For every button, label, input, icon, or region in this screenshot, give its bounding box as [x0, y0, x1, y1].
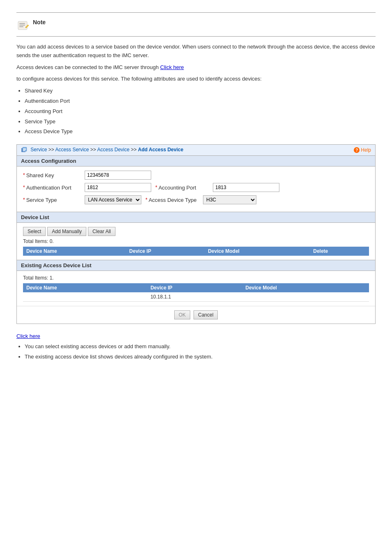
help-label: Help: [361, 147, 371, 153]
bc-service[interactable]: Service: [30, 147, 47, 153]
col-device-model: Device Model: [205, 247, 310, 256]
intro-content: You can add access devices to a service …: [16, 43, 376, 136]
col-delete: Delete: [310, 247, 369, 256]
breadcrumb-text: Service >> Access Service >> Access Devi…: [21, 147, 183, 153]
ok-button[interactable]: OK: [174, 310, 190, 319]
auth-port-label: * Authentication Port: [23, 185, 81, 191]
accounting-port-input[interactable]: [213, 183, 279, 192]
para2-text: Access devices can be connected to the i…: [16, 64, 159, 70]
service-type-label: * Service Type: [23, 197, 81, 203]
clear-all-button[interactable]: Clear All: [88, 227, 115, 236]
bullet-item-4: Access Device Type: [25, 127, 376, 136]
service-type-select[interactable]: LAN Access Service PPP Access Service: [85, 195, 141, 204]
existing-device-section: Existing Access Device List Total Items:…: [17, 260, 375, 306]
device-list-header: Device List: [17, 212, 375, 223]
intro-para3: to configure access devices for this ser…: [16, 75, 376, 83]
access-config-section: Access Configuration * Shared Key * Auth…: [17, 156, 375, 212]
add-manually-button[interactable]: Add Manually: [47, 227, 86, 236]
bottom-bullet-list: You can select existing access devices o…: [25, 342, 376, 361]
existing-device-body: 10.18.1.1: [23, 292, 369, 302]
svg-rect-1: [19, 23, 25, 24]
bottom-bullet-1: The existing access device list shows de…: [25, 353, 376, 361]
breadcrumb-icon: [21, 147, 29, 153]
bullet-item-2: Accounting Port: [25, 107, 376, 116]
access-device-type-select[interactable]: H3C Cisco Other: [203, 195, 256, 204]
existing-col-device-ip: Device IP: [147, 283, 242, 292]
existing-device-table: Device Name Device IP Device Model 10.18…: [23, 283, 369, 302]
bullet-item-3: Service Type: [25, 118, 376, 126]
ui-panel: Service >> Access Service >> Access Devi…: [16, 144, 376, 324]
bc-add-access-device: Add Access Device: [138, 147, 183, 153]
table-row: 10.18.1.1: [23, 292, 369, 302]
svg-rect-8: [23, 148, 26, 149]
col-device-name: Device Name: [23, 247, 126, 256]
access-config-header: Access Configuration: [17, 156, 375, 166]
existing-device-content: Total Items: 1. Device Name Device IP De…: [17, 271, 375, 306]
action-row: OK Cancel: [17, 306, 375, 324]
bullet-item-1: Authentication Port: [25, 97, 376, 106]
intro-para1: You can add access devices to a service …: [16, 43, 376, 60]
bullet-list: Shared Key Authentication Port Accountin…: [25, 87, 376, 136]
note-icon: [16, 19, 30, 32]
bc-sep3: >>: [129, 147, 138, 153]
device-list-buttons: Select Add Manually Clear All: [23, 227, 369, 236]
device-list-header-row: Device Name Device IP Device Model Delet…: [23, 247, 369, 256]
select-button[interactable]: Select: [23, 227, 46, 236]
note-content: Note: [33, 19, 46, 27]
svg-rect-9: [23, 150, 26, 150]
page-wrapper: Note You can add access devices to a ser…: [0, 0, 392, 371]
service-type-row: * Service Type LAN Access Service PPP Ac…: [23, 195, 369, 204]
col-device-ip: Device IP: [126, 247, 205, 256]
accounting-port-label: * Accounting Port: [155, 185, 209, 191]
bottom-content: Click here You can select existing acces…: [16, 332, 376, 361]
port-row: * Authentication Port * Accounting Port: [23, 183, 369, 192]
note-section: Note: [16, 19, 376, 32]
service-type-star: *: [23, 197, 25, 203]
access-device-type-label: * Access Device Type: [145, 197, 199, 203]
device-list-content: Select Add Manually Clear All Total Item…: [17, 223, 375, 260]
cancel-button[interactable]: Cancel: [194, 310, 218, 319]
existing-device-header-row: Device Name Device IP Device Model: [23, 283, 369, 292]
intro-para2: Access devices can be connected to the i…: [16, 63, 376, 72]
bullet-item-0: Shared Key: [25, 87, 376, 95]
shared-key-star: *: [23, 172, 25, 178]
note-title: Note: [33, 19, 46, 25]
bc-sep1: >>: [47, 147, 55, 153]
bc-access-device[interactable]: Access Device: [97, 147, 129, 153]
existing-col-device-model: Device Model: [242, 283, 369, 292]
existing-device-header: Existing Access Device List: [17, 260, 375, 271]
second-divider: [16, 36, 376, 37]
existing-device-total: Total Items: 1.: [23, 275, 369, 281]
bottom-link[interactable]: Click here: [16, 333, 40, 339]
existing-col-device-name: Device Name: [23, 283, 147, 292]
help-link[interactable]: ? Help: [354, 147, 371, 153]
access-config-content: * Shared Key * Authentication Port * Acc…: [17, 166, 375, 212]
device-list-total: Total Items: 0.: [23, 238, 369, 244]
bc-access-service[interactable]: Access Service: [55, 147, 89, 153]
bc-sep2: >>: [89, 147, 97, 153]
svg-rect-2: [19, 25, 25, 25]
shared-key-input[interactable]: [85, 171, 151, 180]
device-list-section: Device List Select Add Manually Clear Al…: [17, 212, 375, 260]
auth-port-star: *: [23, 185, 25, 190]
bottom-link-para: Click here: [16, 332, 376, 341]
help-icon: ?: [354, 147, 360, 153]
accounting-port-star: *: [155, 185, 157, 190]
access-device-type-star: *: [145, 197, 148, 203]
svg-rect-3: [19, 26, 23, 27]
device-list-table: Device Name Device IP Device Model Delet…: [23, 247, 369, 256]
panel-breadcrumb: Service >> Access Service >> Access Devi…: [17, 145, 375, 156]
svg-rect-10: [23, 150, 25, 151]
top-divider: [16, 12, 376, 13]
shared-key-row: * Shared Key: [23, 171, 369, 180]
bottom-bullet-0: You can select existing access devices o…: [25, 342, 376, 351]
click-here-link[interactable]: Click here: [160, 64, 184, 70]
auth-port-input[interactable]: [85, 183, 151, 192]
shared-key-label: * Shared Key: [23, 172, 81, 178]
